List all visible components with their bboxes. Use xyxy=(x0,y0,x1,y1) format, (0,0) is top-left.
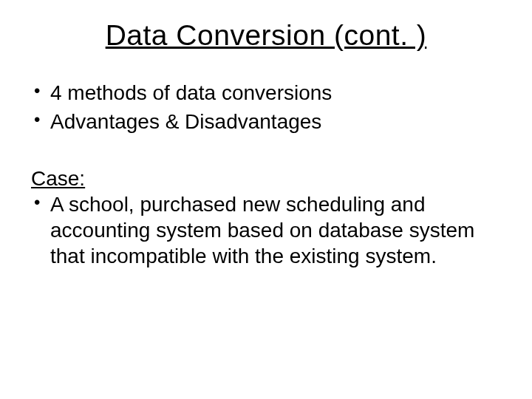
case-list: A school, purchased new scheduling and a… xyxy=(30,191,502,269)
slide-content: 4 methods of data conversions Advantages… xyxy=(30,80,502,269)
bullet-list: 4 methods of data conversions Advantages… xyxy=(30,80,502,134)
slide-title: Data Conversion (cont. ) xyxy=(30,19,502,52)
case-label: Case: xyxy=(30,166,502,191)
list-item: A school, purchased new scheduling and a… xyxy=(30,191,502,269)
list-item: Advantages & Disadvantages xyxy=(30,109,502,134)
list-item: 4 methods of data conversions xyxy=(30,80,502,106)
